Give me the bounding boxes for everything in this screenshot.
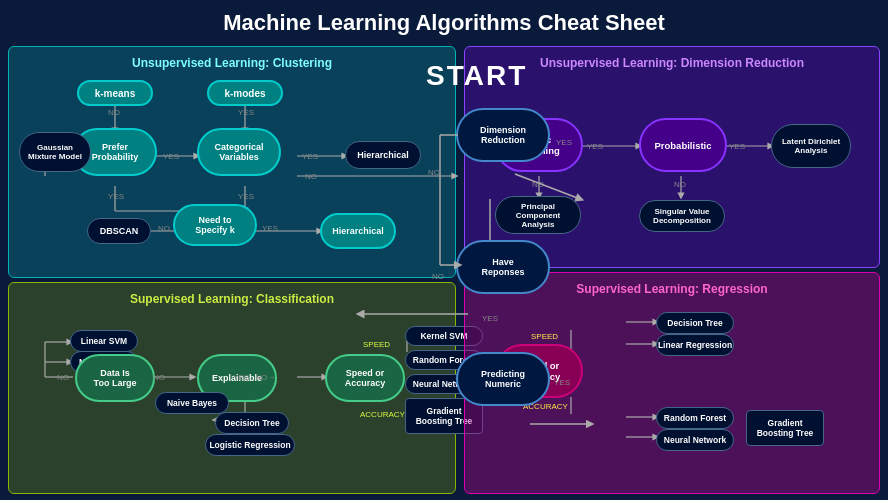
- start-label: START: [426, 60, 527, 92]
- label-yes4: YES: [108, 192, 124, 201]
- label-yes1: YES: [238, 108, 254, 117]
- svd-node: Singular ValueDecomposition: [639, 200, 725, 232]
- categorical-node: CategoricalVariables: [197, 128, 281, 176]
- latent-dirichlet-node: Latent DirichletAnalysis: [771, 124, 851, 168]
- label-accuracy: ACCURACY: [360, 410, 405, 419]
- clustering-content: k-means k-modes NO YES PreferProbability…: [15, 76, 449, 236]
- label-no3: NO: [158, 224, 170, 233]
- label-no4: NO: [305, 172, 317, 181]
- kmodes-node: k-modes: [207, 80, 283, 106]
- label-center-yes3: YES: [554, 378, 570, 387]
- classification-content: Linear SVM Naive Bayes NO Data IsToo Lar…: [15, 312, 449, 467]
- label-yes3: YES: [302, 152, 318, 161]
- label-yes6: YES: [262, 224, 278, 233]
- probabilistic-node: Probabilistic: [639, 118, 727, 172]
- unsupervised-clustering-header: Unsupervised Learning: Clustering: [15, 53, 449, 76]
- label-dim-no2: NO: [674, 180, 686, 189]
- label-speed: SPEED: [363, 340, 390, 349]
- speed-accuracy-class-node: Speed orAccuracy: [325, 354, 405, 402]
- label-dim-no1: NO: [532, 180, 544, 189]
- supervised-classification-header: Supervised Learning: Classification: [15, 289, 449, 312]
- gmm-node: GaussianMixture Model: [19, 132, 91, 172]
- dbscan-node: DBSCAN: [87, 218, 151, 244]
- unsupervised-dimension-header: Unsupervised Learning: Dimension Reducti…: [471, 53, 873, 76]
- pca-node: PrincipalComponentAnalysis: [495, 196, 581, 234]
- label-class-no1: NO: [57, 373, 69, 382]
- label-dim-yes2: YES: [729, 142, 745, 151]
- label-class-no2: NO: [153, 373, 165, 382]
- predicting-numeric-node: PredictingNumeric: [456, 352, 550, 406]
- label-reg-speed: SPEED: [531, 332, 558, 341]
- hierarchical1-node: Hierarchical: [345, 141, 421, 169]
- supervised-classification-section: Supervised Learning: Classification: [8, 282, 456, 494]
- need-k-node: Need toSpecify k: [173, 204, 257, 246]
- linear-reg-node: Linear Regression: [656, 334, 734, 356]
- label-center-yes2: YES: [482, 314, 498, 323]
- decision-tree-class-node: Decision Tree: [215, 412, 289, 434]
- label-yes5: YES: [238, 192, 254, 201]
- label-center-yes1: YES: [556, 138, 572, 147]
- label-class-yes2: YES↓ NO→: [233, 373, 275, 382]
- label-dim-no: NO: [428, 168, 440, 177]
- hierarchical2-node: Hierarchical: [320, 213, 396, 249]
- kmeans-node: k-means: [77, 80, 153, 106]
- logistic-reg-node: Logistic Regression: [205, 434, 295, 456]
- unsupervised-clustering-section: Unsupervised Learning: Clustering: [8, 46, 456, 278]
- naive-bayes2-node: Naive Bayes: [155, 392, 229, 414]
- gradient-boost-reg-node: GradientBoosting Tree: [746, 410, 824, 446]
- label-no1: NO: [108, 108, 120, 117]
- decision-tree-reg-node: Decision Tree: [656, 312, 734, 334]
- data-large-node: Data IsToo Large: [75, 354, 155, 402]
- page-title: Machine Learning Algorithms Cheat Sheet: [0, 0, 888, 42]
- random-forest-reg-node: Random Forest: [656, 407, 734, 429]
- label-dim-yes1: YES: [587, 142, 603, 151]
- label-yes2: YES: [163, 152, 179, 161]
- neural-network-reg-node: Neural Network: [656, 429, 734, 451]
- linear-svm-node: Linear SVM: [70, 330, 138, 352]
